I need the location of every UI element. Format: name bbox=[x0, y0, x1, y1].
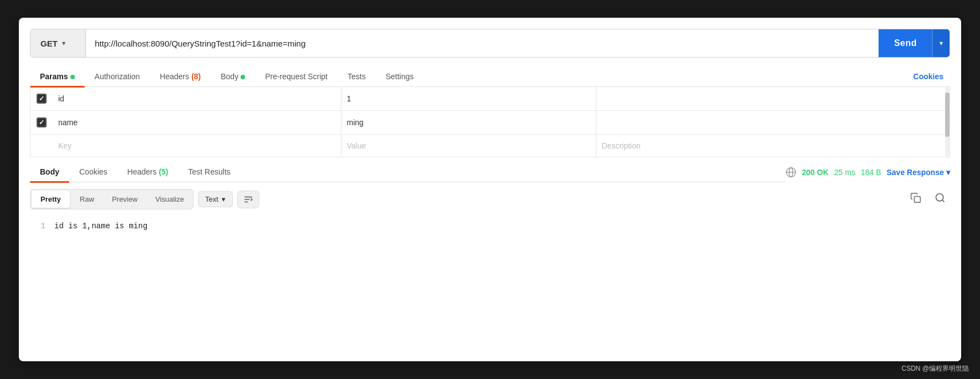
method-selector[interactable]: GET ▾ bbox=[30, 29, 86, 57]
format-preview-button[interactable]: Preview bbox=[103, 190, 146, 209]
checkbox-cell-name bbox=[30, 111, 53, 135]
tab-test-results[interactable]: Test Results bbox=[178, 162, 241, 182]
wrap-button[interactable] bbox=[237, 191, 259, 208]
param-row-id: id 1 bbox=[30, 87, 950, 111]
search-icon bbox=[935, 192, 946, 203]
cookies-link[interactable]: Cookies bbox=[907, 66, 950, 86]
svg-point-7 bbox=[936, 194, 943, 201]
method-chevron-icon: ▾ bbox=[62, 39, 65, 47]
desc-placeholder[interactable]: Description bbox=[596, 135, 950, 157]
text-type-selector[interactable]: Text ▾ bbox=[198, 191, 233, 207]
method-label: GET bbox=[40, 39, 58, 48]
send-btn-group: Send ▾ bbox=[879, 29, 950, 57]
checkbox-cell-id bbox=[30, 87, 53, 111]
response-tabs: Body Cookies Headers (5) Test Results bbox=[30, 162, 785, 182]
params-table-wrapper: id 1 name ming Key Value bbox=[30, 87, 950, 157]
tab-headers[interactable]: Headers (8) bbox=[150, 66, 211, 86]
response-size: 184 B bbox=[861, 168, 881, 177]
response-time: 25 ms bbox=[834, 168, 855, 177]
search-button[interactable] bbox=[930, 190, 950, 208]
tab-tests[interactable]: Tests bbox=[338, 66, 376, 86]
tab-response-headers[interactable]: Headers (5) bbox=[118, 162, 178, 182]
params-table: id 1 name ming Key Value bbox=[30, 87, 950, 157]
svg-rect-6 bbox=[915, 197, 921, 203]
request-tabs: Params Authorization Headers (8) Body Pr… bbox=[30, 66, 950, 87]
copy-icon bbox=[910, 192, 921, 203]
globe-icon bbox=[785, 167, 797, 178]
response-section: Body Cookies Headers (5) Test Results bbox=[30, 162, 950, 238]
desc-cell-id[interactable] bbox=[596, 87, 950, 111]
response-headers-count: (5) bbox=[159, 167, 168, 176]
response-tabs-row: Body Cookies Headers (5) Test Results bbox=[30, 162, 950, 182]
params-dot bbox=[70, 75, 75, 79]
tab-prerequest[interactable]: Pre-request Script bbox=[255, 66, 338, 86]
watermark: CSDN @编程界明世隐 bbox=[901, 364, 969, 373]
tab-settings[interactable]: Settings bbox=[376, 66, 424, 86]
copy-button[interactable] bbox=[906, 190, 926, 208]
value-placeholder[interactable]: Value bbox=[341, 135, 596, 157]
url-bar: GET ▾ Send ▾ bbox=[30, 29, 950, 58]
format-bar: Pretty Raw Preview Visualize Text ▾ bbox=[30, 182, 950, 214]
value-cell-name[interactable]: ming bbox=[341, 111, 596, 135]
key-cell-id[interactable]: id bbox=[53, 87, 341, 111]
param-row-empty: Key Value Description bbox=[30, 135, 950, 157]
save-response-chevron-icon: ▾ bbox=[946, 168, 950, 177]
desc-cell-name[interactable] bbox=[596, 111, 950, 135]
line-content-1: id is 1,name is ming bbox=[54, 222, 147, 231]
code-line-1: 1 id is 1,name is ming bbox=[30, 221, 950, 232]
checkbox-id[interactable] bbox=[37, 94, 47, 104]
param-row-name: name ming bbox=[30, 111, 950, 135]
headers-count: (8) bbox=[191, 72, 201, 81]
tab-response-body[interactable]: Body bbox=[30, 162, 69, 182]
checkbox-name[interactable] bbox=[37, 117, 47, 127]
tab-authorization[interactable]: Authorization bbox=[85, 66, 150, 86]
format-raw-button[interactable]: Raw bbox=[71, 190, 103, 209]
send-button[interactable]: Send bbox=[879, 29, 932, 57]
key-cell-name[interactable]: name bbox=[53, 111, 341, 135]
text-type-chevron-icon: ▾ bbox=[222, 195, 226, 203]
url-input[interactable] bbox=[86, 29, 879, 57]
status-code: 200 OK bbox=[802, 168, 829, 177]
scrollbar-thumb bbox=[945, 93, 950, 137]
tab-params[interactable]: Params bbox=[30, 66, 85, 86]
save-response-button[interactable]: Save Response ▾ bbox=[887, 168, 951, 177]
format-pretty-button[interactable]: Pretty bbox=[32, 191, 70, 208]
body-dot bbox=[241, 75, 245, 79]
response-meta: 200 OK 25 ms 184 B Save Response ▾ bbox=[785, 167, 950, 178]
key-placeholder[interactable]: Key bbox=[53, 135, 341, 157]
format-group: Pretty Raw Preview Visualize bbox=[30, 189, 193, 209]
line-number-1: 1 bbox=[34, 222, 45, 231]
response-code-area: 1 id is 1,name is ming bbox=[30, 214, 950, 238]
params-scrollbar[interactable] bbox=[945, 87, 950, 157]
tab-body[interactable]: Body bbox=[211, 66, 255, 86]
svg-line-8 bbox=[942, 200, 945, 202]
send-chevron-button[interactable]: ▾ bbox=[932, 29, 950, 57]
checkbox-cell-empty bbox=[30, 135, 53, 157]
wrap-icon bbox=[243, 194, 253, 204]
format-visualize-button[interactable]: Visualize bbox=[146, 190, 193, 209]
tab-response-cookies[interactable]: Cookies bbox=[69, 162, 118, 182]
value-cell-id[interactable]: 1 bbox=[341, 87, 596, 111]
